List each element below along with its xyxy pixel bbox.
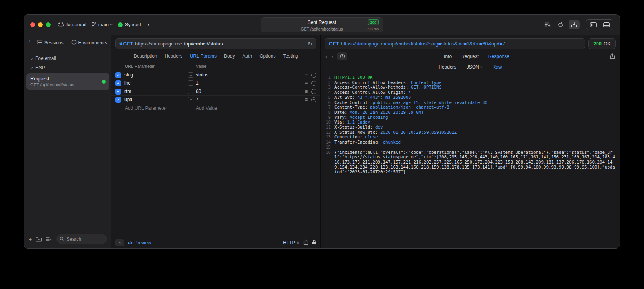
request-list-item[interactable]: Request GET /api/embed/status [26,73,109,90]
share-response-icon[interactable] [610,53,615,59]
import-tray-icon[interactable] [569,20,580,29]
request-item-subtitle: GET /api/embed/status [30,82,74,87]
minimize-window-button[interactable] [38,22,43,27]
search-field[interactable] [56,234,107,244]
tab-request[interactable]: Request [461,54,479,59]
param-checkbox[interactable]: ✓ [115,97,121,103]
row-menu-icon[interactable]: ≡ [305,97,308,102]
history-back-button[interactable]: ‹ [325,53,327,60]
synced-check-icon: ✓ [118,22,123,27]
chevron-down-icon: › [479,66,484,68]
row-menu-icon[interactable]: ≡ [305,89,308,94]
chevron-right-icon: › [31,56,33,61]
sent-request-summary[interactable]: Sent Request 200 GET /api/embed/status 2… [261,17,383,32]
protocol-updown-icon: ⇅ [297,241,300,245]
protocol-selector[interactable]: HTTP ⇅ [283,240,300,245]
group-hsp[interactable]: › HSP [24,63,111,73]
remove-param-button[interactable]: − [311,81,316,86]
param-name[interactable]: rtm [124,89,188,94]
param-value[interactable]: 60 [196,89,305,94]
share-request-icon[interactable] [303,239,308,247]
tab-auth[interactable]: Auth [242,53,252,59]
url-path[interactable]: /api/embed/status [184,41,223,47]
column-value: Value [196,64,206,69]
expand-panel-button[interactable]: › [115,239,124,246]
tab-description[interactable]: Description [133,53,157,59]
search-input[interactable] [66,236,102,242]
response-status-box: 200 OK [588,38,616,49]
sort-options-button[interactable] [46,237,52,242]
preview-button[interactable]: </> Preview [128,240,151,245]
add-param-row[interactable]: Add URL Parameter Add Value [111,104,320,113]
request-url-field[interactable]: ⇅ GET https://statuspage.me/api/embed/st… [115,38,316,49]
param-row-slug[interactable]: ✓ slug = status ≡ − [111,71,320,79]
tab-testing[interactable]: Testing [283,53,298,59]
sync-status[interactable]: ✓ Synced [118,22,141,27]
row-menu-icon[interactable]: ≡ [305,80,308,86]
add-folder-button[interactable] [36,236,42,242]
tab-info[interactable]: Info [444,54,452,59]
tab-url-params[interactable]: URL Params [190,53,217,59]
value-type-icon: = [188,89,193,94]
history-forward-button[interactable]: › [331,53,333,60]
tab-environments[interactable]: Environments [71,40,107,46]
request-duration: 280 ms [367,26,379,32]
chevron-down-icon: › [29,67,34,69]
response-pane: GET https://statuspage.me/api/embed/stat… [321,35,620,248]
group-foe-email[interactable]: › Foe.email [24,54,111,63]
param-row-rtm[interactable]: ✓ rtm = 60 ≡ − [111,87,320,96]
check-icon: ✓ [117,89,120,93]
sessions-stack-icon [37,40,42,46]
zoom-window-button[interactable] [46,22,51,27]
param-name[interactable]: upd [124,97,188,102]
add-url-parameter-placeholder[interactable]: Add URL Parameter [125,105,167,111]
subtab-headers[interactable]: Headers [438,64,456,70]
param-checkbox[interactable]: ✓ [115,80,121,86]
check-icon: ✓ [117,98,120,102]
param-row-inc[interactable]: ✓ inc = 1 ≡ − [111,79,320,87]
response-request-url[interactable]: GET https://statuspage.me/api/embed/stat… [325,38,585,49]
param-row-upd[interactable]: ✓ upd = 7 ≡ − [111,96,320,104]
titlebar: foe.email main › ✓ Synced ● Sent Request… [24,15,620,35]
remove-param-button[interactable]: − [311,89,316,94]
param-name[interactable]: slug [124,72,188,78]
param-checkbox[interactable]: ✓ [115,89,121,95]
export-lines-icon[interactable] [542,20,553,29]
row-menu-icon[interactable]: ≡ [305,72,308,78]
project-selector[interactable]: foe.email [58,22,86,28]
param-value[interactable]: status [196,72,305,78]
method-selector[interactable]: ⇅ GET [119,41,133,47]
tab-response[interactable]: Response [488,54,509,59]
close-window-button[interactable] [30,22,35,27]
sync-loop-icon[interactable] [555,20,566,29]
tab-sessions[interactable]: Sessions [37,40,64,46]
toggle-bottom-panel-button[interactable] [600,20,613,30]
remove-param-button[interactable]: − [311,97,316,102]
request-tabs: Description Headers URL Params Body Auth… [111,49,320,62]
chevron-down-icon: › [109,24,114,25]
add-value-placeholder[interactable]: Add Value [196,105,217,111]
request-footer: › </> Preview HTTP ⇅ [111,237,320,248]
tab-body[interactable]: Body [224,53,235,59]
tab-headers[interactable]: Headers [164,53,182,59]
response-json-body: {"incidents":null,"overall":{"code":"ope… [334,150,616,175]
subtab-raw[interactable]: Raw [493,64,502,70]
resend-request-icon[interactable]: ↻ [308,41,312,47]
request-success-dot [102,80,106,84]
branch-selector[interactable]: main › [92,22,112,28]
subtab-json[interactable]: JSON › [467,64,482,70]
add-request-button[interactable]: + [29,236,32,242]
toggle-left-sidebar-button[interactable] [586,20,600,30]
cloud-icon [58,22,64,28]
url-host[interactable]: https://statuspage.me [135,41,182,47]
param-value[interactable]: 7 [196,97,305,102]
param-value[interactable]: 1 [196,80,305,86]
code-icon: </> [128,241,132,245]
sent-request-title: Sent Request [308,20,336,25]
history-clock-button[interactable] [337,52,347,60]
param-name[interactable]: inc [124,80,188,86]
param-checkbox[interactable]: ✓ [115,72,121,78]
remove-param-button[interactable]: − [311,73,316,78]
tab-strip-handle[interactable]: − [29,43,31,46]
tab-options[interactable]: Options [259,53,275,59]
